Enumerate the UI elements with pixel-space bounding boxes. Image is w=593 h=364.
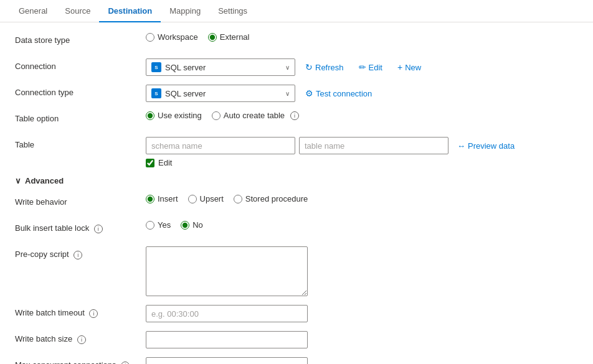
stored-procedure-radio-item[interactable]: Stored procedure <box>234 194 308 203</box>
write-batch-timeout-row: Write batch timeout i <box>15 305 578 322</box>
connection-control: S SQL server ∨ ↻ Refresh ✏ Edit + New <box>146 58 578 76</box>
write-behavior-radio-group: Insert Upsert Stored procedure <box>146 194 308 203</box>
connection-type-dropdown[interactable]: S SQL server ∨ <box>146 85 295 102</box>
write-batch-size-control <box>146 331 578 348</box>
max-concurrent-input[interactable] <box>146 357 308 364</box>
edit-icon: ✏ <box>359 62 366 72</box>
write-behavior-control: Insert Upsert Stored procedure <box>146 194 578 203</box>
refresh-button[interactable]: ↻ Refresh <box>300 60 349 75</box>
auto-create-info-icon[interactable]: i <box>290 111 299 120</box>
connection-value: SQL server <box>165 63 280 72</box>
table-option-radio-group: Use existing Auto create table i <box>146 111 299 120</box>
tab-mapping[interactable]: Mapping <box>161 0 209 22</box>
connection-type-value: SQL server <box>165 89 280 98</box>
workspace-radio[interactable] <box>146 33 154 42</box>
tab-general[interactable]: General <box>10 0 56 22</box>
table-name-inputs: ↔ Preview data <box>146 137 515 154</box>
connection-type-row: Connection type S SQL server ∨ ⚙ Test co… <box>15 85 578 102</box>
write-batch-size-input[interactable] <box>146 331 308 348</box>
write-behavior-label: Write behavior <box>15 194 146 207</box>
insert-label: Insert <box>158 194 178 203</box>
refresh-icon: ↻ <box>305 62 313 72</box>
bulk-insert-row: Bulk insert table lock i Yes No <box>15 220 578 238</box>
insert-radio[interactable] <box>146 195 154 203</box>
new-connection-button[interactable]: + New <box>392 60 426 75</box>
sql-server-type-icon: S <box>151 88 161 98</box>
table-label: Table <box>15 137 146 149</box>
write-batch-timeout-control <box>146 305 578 322</box>
form-area: Data store type Workspace External Conne… <box>0 22 593 364</box>
pre-copy-control <box>146 246 578 296</box>
edit-checkbox[interactable] <box>146 159 154 167</box>
table-control: ↔ Preview data Edit <box>146 137 578 167</box>
workspace-label: Workspace <box>158 32 198 42</box>
table-row: Table ↔ Preview data Edit <box>15 137 578 167</box>
pre-copy-label: Pre-copy script i <box>15 246 146 259</box>
preview-data-link[interactable]: ↔ Preview data <box>457 141 515 151</box>
edit-checkbox-label: Edit <box>158 158 172 167</box>
bulk-insert-label: Bulk insert table lock i <box>15 220 146 233</box>
preview-icon: ↔ <box>457 141 465 151</box>
connection-type-chevron: ∨ <box>285 90 290 97</box>
advanced-chevron-icon: ∨ <box>15 176 21 185</box>
edit-checkbox-item[interactable]: Edit <box>146 158 515 167</box>
auto-create-label: Auto create table <box>224 111 285 120</box>
data-store-type-row: Data store type Workspace External <box>15 32 578 50</box>
workspace-radio-item[interactable]: Workspace <box>146 32 198 42</box>
max-concurrent-info-icon[interactable]: i <box>121 362 130 364</box>
connection-dropdown[interactable]: S SQL server ∨ <box>146 58 295 76</box>
advanced-toggle[interactable]: ∨ Advanced <box>15 176 578 185</box>
external-radio-item[interactable]: External <box>208 32 250 42</box>
use-existing-radio-item[interactable]: Use existing <box>146 111 202 120</box>
write-batch-timeout-label: Write batch timeout i <box>15 305 146 318</box>
stored-procedure-radio[interactable] <box>234 195 242 203</box>
data-store-radio-group: Workspace External <box>146 32 250 42</box>
write-batch-timeout-input[interactable] <box>146 305 308 322</box>
upsert-radio-item[interactable]: Upsert <box>188 194 224 203</box>
max-concurrent-row: Max concurrent connections i <box>15 357 578 364</box>
external-label: External <box>220 32 250 42</box>
auto-create-radio[interactable] <box>212 111 221 120</box>
sql-server-icon: S <box>151 62 161 72</box>
tab-source[interactable]: Source <box>56 0 99 22</box>
write-batch-size-label: Write batch size i <box>15 331 146 344</box>
upsert-radio[interactable] <box>188 195 197 203</box>
tab-settings[interactable]: Settings <box>209 0 256 22</box>
table-option-label: Table option <box>15 111 146 123</box>
auto-create-radio-item[interactable]: Auto create table i <box>212 111 299 120</box>
test-connection-button[interactable]: ⚙ Test connection <box>300 86 377 101</box>
no-radio[interactable] <box>181 221 189 230</box>
write-batch-timeout-info-icon[interactable]: i <box>89 309 98 318</box>
yes-radio[interactable] <box>146 221 154 230</box>
pre-copy-row: Pre-copy script i <box>15 246 578 296</box>
yes-radio-item[interactable]: Yes <box>146 220 171 230</box>
pre-copy-info-icon[interactable]: i <box>74 251 82 259</box>
tab-destination[interactable]: Destination <box>99 0 161 22</box>
preview-data-label: Preview data <box>468 141 515 151</box>
table-name-input[interactable] <box>299 137 448 154</box>
insert-radio-item[interactable]: Insert <box>146 194 178 203</box>
plus-icon: + <box>397 62 402 72</box>
data-store-type-label: Data store type <box>15 32 146 45</box>
schema-name-input[interactable] <box>146 137 295 154</box>
edit-connection-button[interactable]: ✏ Edit <box>354 60 387 75</box>
external-radio[interactable] <box>208 33 217 42</box>
table-inputs-group: ↔ Preview data Edit <box>146 137 515 167</box>
write-batch-size-row: Write batch size i <box>15 331 578 348</box>
table-option-control: Use existing Auto create table i <box>146 111 578 120</box>
edit-btn-label: Edit <box>369 63 382 72</box>
no-label: No <box>192 220 203 230</box>
no-radio-item[interactable]: No <box>181 220 203 230</box>
connection-type-control: S SQL server ∨ ⚙ Test connection <box>146 85 578 102</box>
advanced-label: Advanced <box>25 176 64 185</box>
pre-copy-textarea[interactable] <box>146 246 308 296</box>
write-batch-size-info-icon[interactable]: i <box>77 335 86 344</box>
bulk-insert-info-icon[interactable]: i <box>94 225 103 233</box>
use-existing-radio[interactable] <box>146 111 154 120</box>
max-concurrent-label: Max concurrent connections i <box>15 357 146 364</box>
connection-chevron: ∨ <box>285 64 290 71</box>
connection-type-label: Connection type <box>15 85 146 97</box>
bulk-insert-control: Yes No <box>146 220 578 230</box>
table-option-row: Table option Use existing Auto create ta… <box>15 111 578 128</box>
write-behavior-row: Write behavior Insert Upsert Stored proc… <box>15 194 578 212</box>
